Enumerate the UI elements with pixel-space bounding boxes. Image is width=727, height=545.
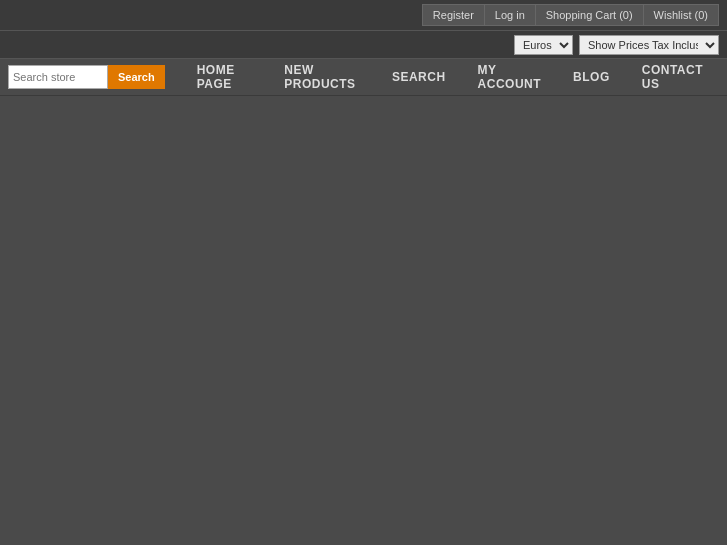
nav-blog[interactable]: BLOG — [557, 70, 626, 84]
nav-bar: Search HOME PAGE NEW PRODUCTS SEARCH MY … — [0, 58, 727, 96]
currency-bar: Euros USD GBP Show Prices Tax Inclusive … — [0, 30, 727, 58]
nav-search[interactable]: SEARCH — [376, 70, 462, 84]
top-bar: Register Log in Shopping Cart (0) Wishli… — [0, 0, 727, 30]
nav-home[interactable]: HOME PAGE — [181, 63, 269, 91]
cart-link[interactable]: Shopping Cart (0) — [536, 5, 644, 25]
nav-my-account[interactable]: MY ACCOUNT — [462, 63, 558, 91]
tax-select[interactable]: Show Prices Tax Inclusive Show Prices Ta… — [579, 35, 719, 55]
nav-contact-us[interactable]: CONTACT US — [626, 63, 719, 91]
main-content — [0, 96, 727, 545]
search-input[interactable] — [8, 65, 108, 89]
nav-links: HOME PAGE NEW PRODUCTS SEARCH MY ACCOUNT… — [181, 63, 719, 91]
login-link[interactable]: Log in — [485, 5, 536, 25]
nav-new-products[interactable]: NEW PRODUCTS — [268, 63, 376, 91]
search-group: Search — [8, 65, 165, 89]
top-bar-links: Register Log in Shopping Cart (0) Wishli… — [422, 4, 719, 26]
wishlist-link[interactable]: Wishlist (0) — [644, 5, 718, 25]
search-button[interactable]: Search — [108, 65, 165, 89]
currency-select[interactable]: Euros USD GBP — [514, 35, 573, 55]
register-link[interactable]: Register — [423, 5, 485, 25]
